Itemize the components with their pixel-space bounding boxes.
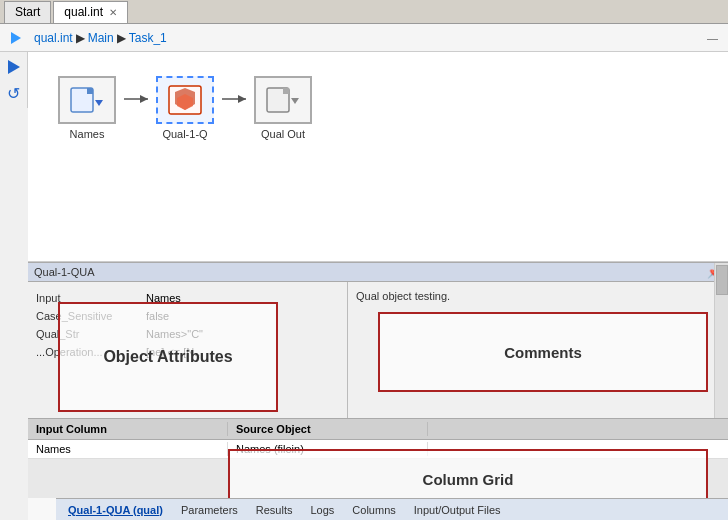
bottom-tab-qual-qua[interactable]: Qual-1-QUA (qual)	[60, 503, 171, 517]
breadcrumb-sep1: ▶	[76, 31, 85, 45]
grid-header: Input Column Source Object	[28, 419, 728, 440]
grid-empty-area: Column Grid	[28, 459, 728, 495]
bottom-tab-logs[interactable]: Logs	[302, 503, 342, 517]
comments-box: Comments	[378, 312, 708, 392]
qual-box[interactable]	[156, 76, 214, 124]
comments-label: Comments	[504, 344, 582, 361]
flow-node-filein[interactable]: Names	[58, 76, 116, 140]
bottom-tab-parameters[interactable]: Parameters	[173, 503, 246, 517]
comments-text: Qual object testing.	[356, 290, 720, 302]
svg-marker-0	[11, 32, 21, 44]
filein-label: Names	[70, 128, 105, 140]
connector-1	[124, 93, 148, 105]
toolbar: qual.int ▶ Main ▶ Task_1 —	[0, 24, 728, 52]
tab-qual-int[interactable]: qual.int ✕	[53, 1, 128, 23]
column-grid-section: Input Column Source Object Names Names (…	[28, 418, 728, 498]
breadcrumb: qual.int ▶ Main ▶ Task_1	[34, 31, 167, 45]
object-attributes-label: Object Attributes	[103, 348, 232, 366]
svg-marker-14	[291, 98, 299, 104]
svg-marker-6	[140, 95, 148, 103]
grid-header-input: Input Column	[28, 422, 228, 436]
flow-node-qual[interactable]: Qual-1-Q	[156, 76, 214, 140]
tab-close-icon[interactable]: ✕	[109, 7, 117, 18]
bottom-tab-io-files[interactable]: Input/Output Files	[406, 503, 509, 517]
scroll-thumb[interactable]	[716, 282, 728, 295]
svg-marker-13	[283, 88, 289, 94]
svg-marker-4	[95, 100, 103, 106]
panel-title: Qual-1-QUA	[34, 266, 95, 278]
breadcrumb-sep2: ▶	[117, 31, 126, 45]
bottom-tab-columns[interactable]: Columns	[344, 503, 403, 517]
main-area: Names Qual-1-Q	[28, 52, 728, 520]
run-icon[interactable]	[3, 56, 25, 78]
canvas-area: Names Qual-1-Q	[28, 52, 728, 262]
connector-2	[222, 93, 246, 105]
minimize-button[interactable]: —	[707, 32, 722, 44]
grid-header-source: Source Object	[228, 422, 428, 436]
panel-title-bar: Qual-1-QUA 📌	[28, 263, 728, 282]
tab-start[interactable]: Start	[4, 1, 51, 23]
side-icons: ↺	[0, 52, 28, 108]
svg-marker-3	[87, 88, 93, 94]
grid-cell-input-0: Names	[28, 442, 228, 456]
filein-box[interactable]	[58, 76, 116, 124]
svg-marker-1	[8, 60, 20, 74]
bottom-tab-results[interactable]: Results	[248, 503, 301, 517]
tab-qual-int-label: qual.int	[64, 5, 103, 19]
breadcrumb-main[interactable]: Main	[88, 31, 114, 45]
breadcrumb-task1[interactable]: Task_1	[129, 31, 167, 45]
bottom-tab-bar: Qual-1-QUA (qual) Parameters Results Log…	[56, 498, 728, 520]
object-attributes-box: Object Attributes	[58, 302, 278, 412]
svg-marker-11	[238, 95, 246, 103]
breadcrumb-qual-int[interactable]: qual.int	[34, 31, 73, 45]
fileout-label: Qual Out	[261, 128, 305, 140]
flow-node-fileout[interactable]: Qual Out	[254, 76, 312, 140]
refresh-icon[interactable]: ↺	[3, 82, 25, 104]
tab-bar: Start qual.int ✕	[0, 0, 728, 24]
qual-label: Qual-1-Q	[162, 128, 207, 140]
fileout-box[interactable]	[254, 76, 312, 124]
play-button[interactable]	[6, 28, 26, 48]
tab-start-label: Start	[15, 5, 40, 19]
flow-container: Names Qual-1-Q	[58, 76, 708, 140]
column-grid-label: Column Grid	[228, 449, 708, 498]
